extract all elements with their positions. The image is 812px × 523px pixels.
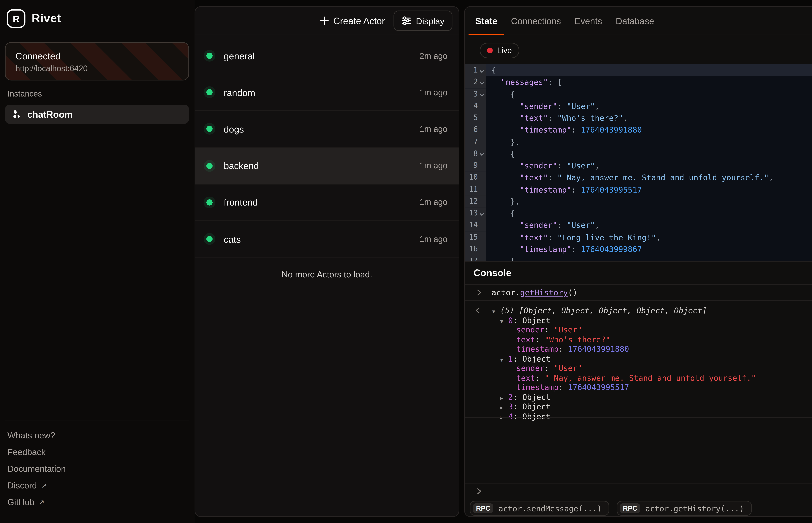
actor-row-dogs[interactable]: dogs1m ago	[195, 111, 459, 148]
footer-link-documentation[interactable]: Documentation	[7, 464, 187, 473]
inspector-tabbar: StateConnectionsEventsDatabase Running	[465, 7, 812, 35]
editor-line[interactable]: 1{	[465, 65, 812, 76]
editor-line[interactable]: 2 "messages": [	[465, 76, 812, 88]
triangle-expanded-icon[interactable]: ▼	[492, 307, 500, 317]
footer-link-github[interactable]: GitHub↗	[7, 497, 187, 507]
actors-panel: Create Actor Display general2m agorandom…	[194, 6, 459, 517]
external-link-icon: ↗	[41, 481, 47, 489]
fold-chevron-icon[interactable]	[479, 80, 485, 86]
state-json-editor[interactable]: 1{2 "messages": [3 {4 "sender": "User",5…	[465, 65, 812, 262]
actor-list: general2m agorandom1m agodogs1m agobacke…	[195, 35, 459, 258]
live-toggle-badge[interactable]: Live	[480, 43, 519, 58]
actor-name: backend	[224, 160, 259, 171]
line-number: 4	[465, 100, 486, 112]
footer-link-label: Whats new?	[7, 430, 55, 440]
line-number: 6	[465, 124, 486, 136]
instances-label: Instances	[7, 89, 42, 98]
fold-chevron-icon[interactable]	[479, 212, 485, 217]
tab-label: Database	[616, 16, 654, 25]
tab-list: StateConnectionsEventsDatabase	[468, 7, 661, 35]
console-row: timestamp: 1764043991880	[465, 344, 812, 354]
status-dot-icon	[206, 53, 212, 59]
console-row: ▼0: Object	[465, 315, 812, 325]
editor-line[interactable]: 11 "timestamp": 1764043995517	[465, 184, 812, 196]
actor-group-icon	[12, 109, 22, 119]
editor-line[interactable]: 3 {	[465, 88, 812, 100]
prompt-chevron-right-icon	[476, 487, 483, 495]
editor-line[interactable]: 10 "text": " Nay, answer me. Stand and u…	[465, 172, 812, 184]
tab-events[interactable]: Events	[568, 7, 609, 35]
actor-name: general	[224, 51, 255, 61]
editor-line[interactable]: 12 },	[465, 196, 812, 208]
actor-row-frontend[interactable]: frontend1m ago	[195, 184, 459, 221]
console-header[interactable]: Console	[465, 261, 812, 284]
rpc-chip[interactable]: RPCactor.getHistory(...)	[617, 501, 751, 516]
actor-time: 1m ago	[420, 88, 448, 97]
triangle-collapsed-icon[interactable]: ▶	[500, 393, 508, 403]
editor-line[interactable]: 14 "sender": "User",	[465, 219, 812, 232]
rpc-badge: RPC	[620, 503, 640, 513]
prompt-chevron-right-icon	[476, 288, 483, 296]
display-button[interactable]: Display	[394, 11, 452, 31]
line-number: 1	[465, 65, 486, 76]
editor-line[interactable]: 16 "timestamp": 1764043999867	[465, 244, 812, 255]
result-chevron-left-icon	[474, 306, 482, 315]
actor-time: 1m ago	[420, 124, 448, 134]
editor-line[interactable]: 5 "text": "Who’s there?",	[465, 112, 812, 124]
console-title: Console	[473, 268, 512, 279]
fold-chevron-icon[interactable]	[479, 92, 485, 98]
fold-chevron-icon[interactable]	[479, 152, 485, 158]
tab-label: State	[476, 16, 497, 25]
line-number: 10	[465, 172, 486, 184]
triangle-expanded-icon[interactable]: ▼	[500, 317, 508, 326]
fold-chevron-icon[interactable]	[479, 69, 485, 74]
footer-link-feedback[interactable]: Feedback	[7, 447, 187, 457]
footer-link-label: Documentation	[7, 464, 66, 473]
triangle-collapsed-icon[interactable]: ▶	[500, 403, 508, 413]
editor-line[interactable]: 6 "timestamp": 1764043991880	[465, 124, 812, 136]
console-output: ▼(5) [Object, Object, Object, Object, Ob…	[465, 301, 812, 417]
rpc-chip[interactable]: RPCactor.sendMessage(...)	[470, 501, 609, 516]
sidebar-item-chatroom[interactable]: chatRoom	[5, 105, 189, 124]
create-actor-button[interactable]: Create Actor	[319, 15, 385, 26]
tab-database[interactable]: Database	[609, 7, 661, 35]
tab-connections[interactable]: Connections	[504, 7, 568, 35]
footer-link-whats-new-[interactable]: Whats new?	[7, 430, 187, 440]
console-row: ▶2: Object	[465, 392, 812, 402]
console-output-divider	[465, 417, 812, 418]
console-row: timestamp: 1764043995517	[465, 382, 812, 392]
instance-name: chatRoom	[27, 109, 73, 120]
editor-line[interactable]: 17 }	[465, 255, 812, 261]
console-input[interactable]	[476, 486, 483, 496]
plus-icon	[319, 16, 329, 25]
rivet-logo-icon: R	[7, 9, 25, 28]
live-dot-icon	[487, 48, 493, 53]
actor-row-backend[interactable]: backend1m ago	[195, 148, 459, 184]
actor-row-random[interactable]: random1m ago	[195, 74, 459, 111]
editor-line[interactable]: 8 {	[465, 148, 812, 160]
actor-row-cats[interactable]: cats1m ago	[195, 221, 459, 258]
tab-state[interactable]: State	[468, 7, 504, 35]
status-dot-icon	[206, 163, 212, 169]
create-actor-label: Create Actor	[333, 15, 385, 26]
editor-line[interactable]: 7 },	[465, 136, 812, 148]
actor-row-general[interactable]: general2m ago	[195, 38, 459, 74]
editor-line[interactable]: 4 "sender": "User",	[465, 100, 812, 112]
editor-lines: 1{2 "messages": [3 {4 "sender": "User",5…	[465, 65, 812, 262]
footer-link-discord[interactable]: Discord↗	[7, 480, 187, 490]
line-number: 5	[465, 112, 486, 124]
triangle-expanded-icon[interactable]: ▼	[500, 355, 508, 365]
console-row: sender: "User"	[465, 363, 812, 373]
console-row: text: "Who’s there?"	[465, 335, 812, 344]
line-number: 7	[465, 136, 486, 148]
editor-line[interactable]: 9 "sender": "User",	[465, 160, 812, 172]
actor-name: random	[224, 87, 255, 98]
no-more-actors-note: No more Actors to load.	[195, 269, 459, 279]
status-dot-icon	[206, 199, 212, 205]
status-dot-icon	[206, 126, 212, 132]
editor-line[interactable]: 13 {	[465, 208, 812, 219]
editor-line[interactable]: 15 "text": "Long live the King!",	[465, 231, 812, 244]
console-row: text: " Nay, answer me. Stand and unfold…	[465, 373, 812, 382]
line-number: 2	[465, 76, 486, 88]
connection-url: http://localhost:6420	[15, 64, 188, 73]
